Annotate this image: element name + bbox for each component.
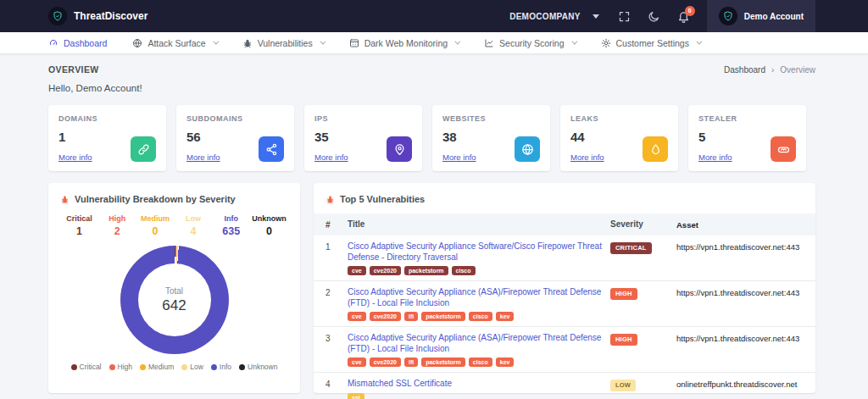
legend-dot — [109, 364, 115, 370]
tag-pill: ssl — [348, 393, 364, 399]
more-info-link[interactable]: More info — [186, 152, 220, 162]
legend-item-medium[interactable]: Medium — [140, 363, 174, 371]
row-number: 3 — [326, 333, 348, 343]
tag-pill: packetstorm — [421, 357, 465, 367]
nav-item-attack-surface[interactable]: Attack Surface — [132, 38, 216, 48]
more-info-link[interactable]: More info — [314, 152, 348, 162]
row-number: 4 — [326, 379, 348, 389]
dark-mode-button[interactable] — [648, 10, 660, 23]
severity-donut-chart: Total 642 — [120, 246, 229, 354]
severity-count: 0 — [136, 225, 175, 237]
breadcrumb-dashboard[interactable]: Dashboard — [724, 65, 765, 75]
vulnerability-cell: Cisco Adaptive Security Appliance (ASA)/… — [348, 287, 610, 321]
account-name: Demo Account — [744, 12, 804, 21]
brand-name: ThreatDiscover — [74, 10, 147, 22]
gauge-icon — [48, 38, 58, 48]
more-info-link[interactable]: More info — [442, 152, 476, 162]
legend-item-unknown[interactable]: Unknown — [239, 363, 277, 371]
severity-col-high: High2 — [98, 214, 136, 237]
notification-badge: 0 — [685, 6, 695, 16]
stat-card-domains: DOMAINS1More info — [48, 105, 166, 171]
chart-icon — [484, 38, 494, 48]
tag-pill: kev — [496, 357, 515, 367]
legend-item-low[interactable]: Low — [181, 363, 203, 371]
donut-total-label: Total — [165, 286, 183, 296]
severity-badge: HIGH — [610, 334, 637, 346]
legend-label: Unknown — [248, 363, 277, 371]
tag-list: cvecve2020lfipacketstormciscokev — [348, 312, 602, 321]
severity-card-title: Vulnerability Breakdown by Severity — [60, 194, 288, 204]
severity-count: 1 — [60, 225, 98, 237]
stat-card-stealer: STEALER5More info — [688, 105, 806, 171]
nav-item-customer-settings[interactable]: Customer Settings — [601, 38, 700, 48]
bug-icon — [60, 195, 70, 204]
donut-legend: CriticalHighMediumLowInfoUnknown — [60, 363, 288, 371]
legend-dot — [211, 364, 217, 370]
severity-cell: HIGH — [610, 333, 676, 346]
severity-cell: CRITICAL — [610, 241, 676, 254]
more-info-link[interactable]: More info — [698, 152, 732, 162]
legend-item-high[interactable]: High — [109, 363, 132, 371]
company-name: DEMOCOMPANY — [509, 12, 581, 21]
donut-center: Total 642 — [138, 263, 211, 336]
vulnerability-link[interactable]: Mismatched SSL Certificate — [348, 379, 602, 390]
stat-label: LEAKS — [570, 114, 668, 123]
mask-icon — [771, 136, 796, 162]
vulnerability-link[interactable]: Cisco Adaptive Security Appliance (ASA)/… — [348, 333, 602, 354]
fullscreen-button[interactable] — [618, 10, 631, 23]
tag-pill: cisco — [469, 312, 492, 321]
legend-label: Info — [220, 363, 231, 371]
severity-col-low: Low4 — [174, 214, 212, 237]
gear-icon — [601, 38, 611, 48]
nav-item-label: Dashboard — [64, 38, 107, 48]
tag-list: cvecve2020lfipacketstormciscokev — [348, 357, 602, 367]
tag-list: cvecve2020packetstormcisco — [348, 266, 602, 275]
stat-card-subdomains: SUBDOMAINS56More info — [176, 105, 294, 171]
chevron-down-icon — [571, 39, 577, 45]
breadcrumb-current: Overview — [780, 65, 815, 75]
top5-card-title: Top 5 Vulnerabities — [314, 194, 815, 204]
avatar — [719, 7, 737, 25]
stat-card-ips: IPS35More info — [304, 105, 422, 171]
asset-cell: https://vpn1.threatdiscover.net:443 — [676, 287, 804, 297]
company-dropdown[interactable]: DEMOCOMPANY — [509, 12, 599, 21]
nav-item-dashboard[interactable]: Dashboard — [48, 38, 107, 48]
legend-label: Low — [190, 363, 203, 371]
nav-item-security-scoring[interactable]: Security Scoring — [484, 38, 575, 48]
globe-icon — [515, 136, 540, 162]
legend-item-critical[interactable]: Critical — [71, 363, 102, 371]
table-row: 1Cisco Adaptive Security Appliance Softw… — [314, 236, 815, 281]
page-head: OVERVIEW Dashboard › Overview — [48, 64, 815, 75]
asset-cell: https://vpn1.threatdiscover.net:443 — [676, 333, 804, 343]
nav-item-dark-web-monitoring[interactable]: Dark Web Monitoring — [349, 38, 459, 48]
nav-item-vulnerabilities[interactable]: Vulnerabilities — [242, 38, 324, 48]
content: OVERVIEW Dashboard › Overview Hello, Dem… — [0, 54, 868, 393]
tag-pill: cve2020 — [370, 312, 401, 321]
column-header-title: Title — [348, 219, 610, 230]
nav-item-label: Customer Settings — [616, 38, 689, 48]
tag-pill: packetstorm — [421, 312, 465, 321]
notifications-button[interactable]: 0 — [677, 10, 690, 23]
vulnerability-link[interactable]: Cisco Adaptive Security Appliance Softwa… — [348, 241, 602, 263]
vulnerability-link[interactable]: Cisco Adaptive Security Appliance (ASA)/… — [348, 287, 602, 308]
severity-name: Critical — [60, 214, 98, 223]
severity-cell: HIGH — [610, 287, 676, 300]
severity-badge: CRITICAL — [610, 242, 652, 254]
legend-dot — [71, 364, 77, 370]
stat-card-websites: WEBSITES38More info — [432, 105, 550, 171]
chevron-down-icon — [213, 39, 219, 45]
severity-col-unknown: Unknown0 — [250, 214, 288, 237]
severity-name: Info — [212, 214, 250, 223]
brand[interactable]: ThreatDiscover — [48, 7, 147, 25]
more-info-link[interactable]: More info — [570, 152, 604, 162]
location-icon — [387, 136, 412, 162]
more-info-link[interactable]: More info — [58, 152, 92, 162]
account-menu[interactable]: Demo Account — [707, 0, 815, 32]
legend-item-info[interactable]: Info — [211, 363, 231, 371]
tag-pill: cisco — [452, 266, 476, 275]
severity-count: 2 — [98, 225, 136, 237]
legend-dot — [181, 364, 187, 370]
severity-count: 0 — [250, 225, 288, 237]
page-title: OVERVIEW — [48, 64, 99, 75]
table-row: 3Cisco Adaptive Security Appliance (ASA)… — [314, 327, 815, 373]
